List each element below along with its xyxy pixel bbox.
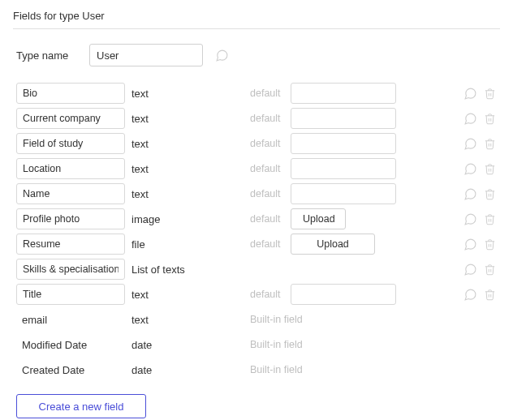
field-type: file (128, 238, 250, 251)
field-type: text (128, 188, 250, 200)
comment-icon[interactable] (463, 186, 477, 201)
field-row: textdefault (16, 81, 500, 105)
field-row: textdefault (16, 131, 500, 156)
field-row: imagedefaultUpload (16, 207, 500, 231)
field-type: image (128, 213, 250, 225)
default-value-input[interactable] (291, 108, 396, 129)
row-actions (401, 161, 500, 176)
comment-icon[interactable] (463, 136, 477, 151)
type-name-row: Type name (13, 44, 500, 66)
builtin-label: Built-in field (250, 314, 401, 325)
separator (13, 28, 500, 29)
default-label: default (250, 88, 291, 99)
field-row: textdefault (16, 106, 500, 131)
builtin-field-type: date (128, 339, 250, 351)
row-actions (401, 86, 500, 101)
default-label: default (250, 213, 291, 225)
row-actions (401, 136, 500, 151)
trash-icon[interactable] (482, 136, 497, 151)
field-type: text (128, 289, 250, 301)
field-row: List of texts (16, 257, 500, 281)
row-actions (401, 186, 500, 201)
default-label: default (250, 113, 291, 124)
builtin-field-name: email (16, 314, 128, 326)
row-actions (401, 111, 500, 126)
trash-icon[interactable] (482, 111, 497, 126)
field-type: List of texts (128, 264, 250, 276)
field-row: textdefault (16, 182, 500, 206)
comment-icon[interactable] (463, 262, 477, 276)
fields-list: textdefaulttextdefaulttextdefaulttextdef… (13, 81, 500, 306)
trash-icon[interactable] (482, 186, 497, 201)
field-type: text (128, 138, 250, 150)
trash-icon[interactable] (482, 161, 497, 176)
page-title: Fields for type User (13, 10, 500, 22)
trash-icon[interactable] (482, 262, 497, 276)
builtin-field-row: emailtextBuilt-in field (16, 307, 500, 332)
default-value-input[interactable] (291, 83, 396, 104)
field-type: text (128, 113, 250, 125)
field-name-input[interactable] (16, 284, 125, 305)
field-type: text (128, 88, 250, 100)
field-type: text (128, 163, 250, 175)
row-actions (401, 262, 500, 276)
builtin-field-type: date (128, 364, 250, 376)
builtin-field-row: Created DatedateBuilt-in field (16, 358, 500, 382)
field-name-input[interactable] (16, 158, 125, 179)
builtin-field-name: Created Date (16, 364, 128, 376)
default-label: default (250, 238, 291, 250)
upload-button[interactable]: Upload (291, 234, 375, 255)
trash-icon[interactable] (482, 212, 497, 226)
create-field-button[interactable]: Create a new field (16, 394, 146, 418)
builtin-field-type: text (128, 314, 250, 326)
field-name-input[interactable] (16, 208, 125, 229)
field-name-input[interactable] (16, 108, 125, 129)
comment-icon[interactable] (463, 287, 477, 302)
trash-icon[interactable] (482, 287, 497, 302)
comment-icon[interactable] (463, 86, 477, 101)
builtin-label: Built-in field (250, 339, 401, 350)
default-label: default (250, 138, 291, 149)
default-value-input[interactable] (291, 133, 396, 154)
row-actions (401, 212, 500, 226)
default-value-input[interactable] (291, 158, 396, 179)
type-name-label: Type name (16, 49, 78, 62)
field-row: textdefault (16, 156, 500, 181)
builtin-field-row: Modified DatedateBuilt-in field (16, 332, 500, 357)
comment-icon[interactable] (463, 111, 477, 126)
default-value-input[interactable] (291, 183, 396, 204)
field-name-input[interactable] (16, 183, 125, 204)
trash-icon[interactable] (482, 237, 497, 251)
comment-icon[interactable] (463, 212, 477, 226)
builtin-field-name: Modified Date (16, 339, 128, 351)
field-row: filedefaultUpload (16, 232, 500, 256)
row-actions (401, 287, 500, 302)
field-name-input[interactable] (16, 133, 125, 154)
row-actions (401, 237, 500, 251)
trash-icon[interactable] (482, 86, 497, 101)
default-label: default (250, 289, 291, 300)
default-value-input[interactable] (291, 284, 396, 305)
upload-button[interactable]: Upload (291, 208, 346, 229)
field-name-input[interactable] (16, 259, 125, 280)
comment-icon[interactable] (463, 237, 477, 251)
field-name-input[interactable] (16, 83, 125, 104)
comment-icon[interactable] (463, 161, 477, 176)
default-label: default (250, 163, 291, 174)
builtin-label: Built-in field (250, 364, 401, 375)
type-name-input[interactable] (89, 44, 203, 66)
default-label: default (250, 188, 291, 199)
field-name-input[interactable] (16, 234, 125, 255)
field-row: textdefault (16, 282, 500, 306)
comment-icon[interactable] (214, 48, 229, 62)
